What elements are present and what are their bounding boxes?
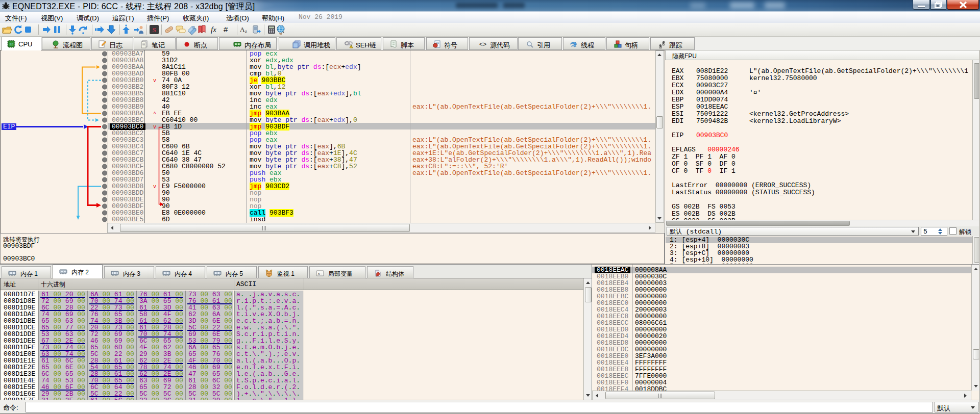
svg-text:A: A <box>240 25 245 33</box>
svg-text:S: S <box>152 26 156 34</box>
svg-text:<>: <> <box>479 41 486 48</box>
svg-text:!: ! <box>351 45 351 48</box>
svg-text:#: # <box>224 25 228 34</box>
svg-text:z: z <box>245 29 247 34</box>
svg-text:fx: fx <box>211 25 216 34</box>
svg-text:x=: x= <box>317 271 323 276</box>
svg-text:32: 32 <box>9 42 13 46</box>
